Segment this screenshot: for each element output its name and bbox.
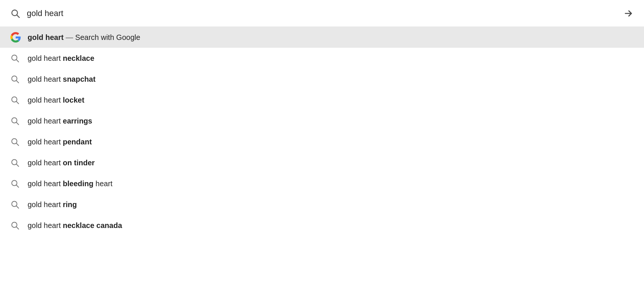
suggestion-text: gold heart earrings xyxy=(28,117,92,125)
suggestion-search-icon xyxy=(10,200,19,209)
svg-line-12 xyxy=(16,143,19,146)
suggestion-search-icon xyxy=(10,221,19,230)
suggestions-container: gold heart — Search with Google gold hea… xyxy=(0,27,644,236)
suggestion-prefix: gold heart xyxy=(28,54,63,62)
suggestion-bold: on tinder xyxy=(63,159,95,167)
suggestions-list: gold heart necklacegold heart snapchatgo… xyxy=(0,48,644,236)
suggestion-text: gold heart necklace xyxy=(28,54,94,63)
suggestion-bold: bleeding xyxy=(63,179,94,188)
search-icon xyxy=(10,9,20,18)
suggestion-suffix: heart xyxy=(94,179,113,188)
svg-line-18 xyxy=(16,206,19,208)
google-suggestion-text: gold heart — Search with Google xyxy=(28,33,140,42)
google-query: gold heart xyxy=(28,33,64,41)
suggestion-search-icon xyxy=(10,116,19,125)
svg-line-8 xyxy=(16,101,19,104)
suggestion-item[interactable]: gold heart snapchat xyxy=(0,69,644,90)
google-action-text: Search with Google xyxy=(75,33,141,41)
search-bar xyxy=(0,0,644,27)
suggestion-item[interactable]: gold heart pendant xyxy=(0,131,644,152)
suggestion-item[interactable]: gold heart on tinder xyxy=(0,152,644,173)
search-input[interactable] xyxy=(27,9,623,18)
suggestion-bold: snapchat xyxy=(63,75,96,83)
suggestion-search-icon xyxy=(10,75,19,84)
suggestion-prefix: gold heart xyxy=(28,117,63,125)
suggestion-prefix: gold heart xyxy=(28,200,63,209)
suggestion-item[interactable]: gold heart bleeding heart xyxy=(0,173,644,194)
suggestion-text: gold heart locket xyxy=(28,96,84,104)
suggestion-text: gold heart ring xyxy=(28,200,77,209)
suggestion-prefix: gold heart xyxy=(28,96,63,104)
svg-line-1 xyxy=(17,15,19,18)
suggestion-prefix: gold heart xyxy=(28,221,63,229)
suggestion-prefix: gold heart xyxy=(28,138,63,146)
suggestion-item[interactable]: gold heart necklace canada xyxy=(0,215,644,236)
suggestion-prefix: gold heart xyxy=(28,75,63,83)
suggestion-item[interactable]: gold heart necklace xyxy=(0,48,644,69)
google-separator: — xyxy=(66,33,75,41)
svg-line-6 xyxy=(16,81,19,83)
suggestion-text: gold heart pendant xyxy=(28,138,92,146)
svg-line-4 xyxy=(16,60,19,62)
google-logo-icon xyxy=(10,32,21,43)
suggestion-bold: locket xyxy=(63,96,85,104)
suggestion-item[interactable]: gold heart locket xyxy=(0,90,644,110)
google-search-suggestion[interactable]: gold heart — Search with Google xyxy=(0,27,644,48)
suggestion-prefix: gold heart xyxy=(28,159,63,167)
suggestion-text: gold heart bleeding heart xyxy=(28,179,113,188)
search-submit-arrow[interactable] xyxy=(623,8,634,19)
svg-line-20 xyxy=(16,227,19,229)
svg-line-14 xyxy=(16,164,19,166)
suggestion-text: gold heart on tinder xyxy=(28,159,95,167)
suggestion-search-icon xyxy=(10,158,19,167)
svg-line-10 xyxy=(16,122,19,125)
svg-line-16 xyxy=(16,185,19,187)
suggestion-search-icon xyxy=(10,179,19,188)
suggestion-item[interactable]: gold heart ring xyxy=(0,194,644,215)
suggestion-text: gold heart necklace canada xyxy=(28,221,122,230)
suggestion-bold: earrings xyxy=(63,117,92,125)
suggestion-item[interactable]: gold heart earrings xyxy=(0,110,644,131)
suggestion-search-icon xyxy=(10,96,19,104)
suggestion-bold: pendant xyxy=(63,138,92,146)
suggestion-prefix: gold heart xyxy=(28,179,63,188)
suggestion-bold: ring xyxy=(63,200,77,209)
suggestion-bold: necklace canada xyxy=(63,221,122,229)
suggestion-text: gold heart snapchat xyxy=(28,75,95,84)
suggestion-bold: necklace xyxy=(63,54,95,62)
suggestion-search-icon xyxy=(10,54,19,63)
suggestion-search-icon xyxy=(10,137,19,146)
